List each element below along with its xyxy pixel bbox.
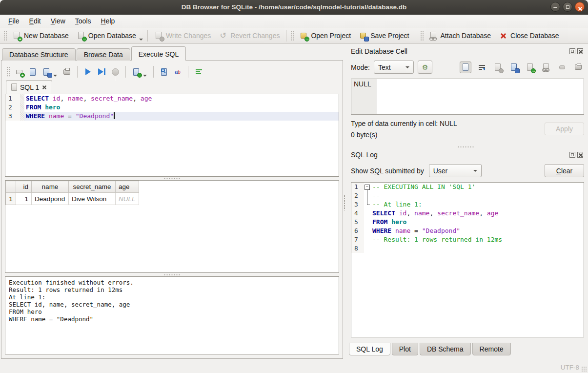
write-changes-button[interactable]: Write Changes bbox=[150, 29, 215, 42]
submitted-by-select[interactable]: User bbox=[429, 164, 482, 177]
word-wrap-button[interactable] bbox=[476, 62, 487, 73]
close-database-button[interactable]: Close Database bbox=[495, 29, 563, 42]
save-project-button[interactable]: Save Project bbox=[355, 29, 413, 42]
close-database-icon bbox=[499, 31, 507, 40]
cell-mode-row: Mode: Text ⚙ → bbox=[351, 61, 584, 74]
save-sql-dropdown-icon[interactable] bbox=[53, 75, 57, 77]
menu-tools[interactable]: Tools bbox=[71, 16, 96, 26]
toolbar-drag-handle[interactable] bbox=[3, 30, 7, 41]
open-database-dropdown-icon[interactable] bbox=[139, 39, 143, 41]
save-results-dropdown-icon[interactable] bbox=[143, 75, 147, 77]
link-icon bbox=[542, 68, 549, 72]
toolbar-drag-handle[interactable] bbox=[290, 30, 294, 41]
execute-line-button[interactable] bbox=[96, 66, 107, 78]
autocomplete-button[interactable]: ab bbox=[172, 66, 183, 78]
apply-button[interactable]: Apply bbox=[545, 123, 584, 135]
submitted-by-value: User bbox=[433, 167, 448, 175]
clear-log-button[interactable]: Clear bbox=[545, 164, 584, 177]
export-cell-button[interactable] bbox=[508, 62, 520, 73]
open-sql-file-button[interactable] bbox=[27, 66, 39, 78]
toolbar-drag-handle[interactable] bbox=[6, 66, 10, 77]
mode-select[interactable]: Text bbox=[374, 61, 414, 74]
stop-execution-button[interactable] bbox=[109, 66, 121, 78]
column-header-secret_name[interactable]: secret_name bbox=[69, 181, 116, 193]
column-header-age[interactable]: age bbox=[116, 181, 139, 193]
cell[interactable]: Dive Wilson bbox=[69, 193, 116, 205]
auto-apply-button[interactable]: ⚙ bbox=[418, 61, 432, 74]
menu-view[interactable]: View bbox=[46, 16, 70, 26]
open-project-icon: → bbox=[299, 31, 308, 40]
revert-changes-icon: ↺ bbox=[219, 31, 227, 40]
new-sql-tab-button[interactable]: + bbox=[13, 66, 25, 78]
minimize-button[interactable] bbox=[550, 2, 560, 12]
search-icon bbox=[161, 68, 165, 72]
menu-edit[interactable]: Edit bbox=[25, 16, 45, 26]
open-project-button[interactable]: → Open Project bbox=[295, 29, 355, 42]
import-cell-button[interactable] bbox=[492, 62, 504, 73]
results-table-container[interactable]: idnamesecret_nameage11DeadpondDive Wilso… bbox=[5, 180, 339, 273]
tab-plot[interactable]: Plot bbox=[392, 343, 418, 355]
set-null-button[interactable] bbox=[556, 62, 568, 73]
save-sql-file-button[interactable] bbox=[41, 66, 52, 78]
find-button[interactable] bbox=[158, 66, 170, 78]
cell[interactable]: NULL bbox=[116, 193, 139, 205]
text-document-icon bbox=[463, 63, 468, 71]
revert-changes-button[interactable]: ↺ Revert Changes bbox=[215, 29, 284, 42]
toolbar-separator bbox=[77, 66, 78, 78]
bottom-dock-tab-bar: SQL Log Plot DB Schema Remote bbox=[349, 343, 584, 355]
cell[interactable]: Deadpond bbox=[32, 193, 69, 205]
titlebar[interactable]: DB Browser for SQLite - /home/user/code/… bbox=[0, 0, 588, 15]
menu-help[interactable]: Help bbox=[97, 16, 120, 26]
encoding-indicator[interactable]: UTF-8 bbox=[561, 364, 579, 371]
splitter-handle[interactable] bbox=[5, 273, 339, 276]
execute-all-button[interactable] bbox=[82, 66, 94, 78]
menu-file[interactable]: File bbox=[4, 16, 24, 26]
tab-db-schema[interactable]: DB Schema bbox=[420, 343, 471, 355]
sql-doc-tab[interactable]: SQL 1 bbox=[6, 80, 52, 94]
tab-remote[interactable]: Remote bbox=[472, 343, 511, 355]
float-panel-icon[interactable] bbox=[569, 48, 575, 54]
save-project-icon bbox=[359, 31, 367, 40]
float-panel-icon[interactable] bbox=[569, 152, 575, 158]
attach-database-label: Attach Database bbox=[441, 32, 491, 40]
tab-database-structure[interactable]: Database Structure bbox=[2, 48, 76, 61]
toolbar-drag-handle[interactable] bbox=[420, 30, 424, 41]
splitter-handle[interactable] bbox=[348, 145, 584, 148]
sql-editor[interactable]: 1SELECT id, name, secret_name, age2FROM … bbox=[5, 94, 339, 177]
close-panel-icon[interactable] bbox=[577, 48, 583, 54]
save-results-button[interactable] bbox=[130, 66, 142, 78]
print-icon bbox=[575, 64, 582, 70]
resize-grip[interactable] bbox=[581, 366, 587, 372]
text-mode-button[interactable] bbox=[460, 62, 471, 73]
maximize-button[interactable] bbox=[563, 2, 572, 12]
cell[interactable]: 1 bbox=[16, 193, 32, 205]
copy-link-button[interactable] bbox=[540, 62, 552, 73]
sql-toolbar: + ab bbox=[5, 64, 339, 80]
open-external-icon: → bbox=[531, 68, 536, 73]
new-database-button[interactable]: + New Database bbox=[8, 29, 73, 42]
sql-log-dock-titlebar: SQL Log bbox=[348, 148, 584, 160]
tab-sql-log[interactable]: SQL Log bbox=[349, 343, 390, 355]
close-tab-icon[interactable] bbox=[42, 85, 47, 90]
close-button[interactable] bbox=[575, 2, 585, 12]
attach-database-button[interactable]: Attach Database bbox=[425, 29, 495, 42]
column-header-name[interactable]: name bbox=[32, 181, 69, 193]
tab-execute-sql[interactable]: Execute SQL bbox=[131, 46, 186, 61]
format-icon bbox=[196, 69, 202, 75]
open-in-app-button[interactable]: → bbox=[524, 62, 536, 73]
cell-value-editor[interactable]: NULL bbox=[351, 79, 584, 115]
open-database-button[interactable]: → Open Database bbox=[73, 29, 140, 42]
row-number[interactable]: 1 bbox=[6, 193, 16, 205]
open-project-label: Open Project bbox=[311, 32, 351, 40]
splitter-handle[interactable] bbox=[5, 177, 339, 180]
sql-log-view[interactable]: 1-- EXECUTING ALL IN 'SQL 1'2--3-- At li… bbox=[351, 182, 584, 337]
column-header-id[interactable]: id bbox=[16, 181, 32, 193]
tab-browse-data[interactable]: Browse Data bbox=[77, 48, 130, 61]
execution-message[interactable]: Execution finished without errors. Resul… bbox=[5, 276, 339, 354]
close-panel-icon[interactable] bbox=[577, 152, 583, 158]
right-pane: Edit Database Cell Mode: Text ⚙ → bbox=[346, 44, 588, 361]
print-sql-button[interactable] bbox=[61, 66, 73, 78]
print-cell-button[interactable] bbox=[572, 62, 584, 73]
stop-icon bbox=[112, 68, 119, 76]
format-sql-button[interactable] bbox=[193, 66, 204, 78]
